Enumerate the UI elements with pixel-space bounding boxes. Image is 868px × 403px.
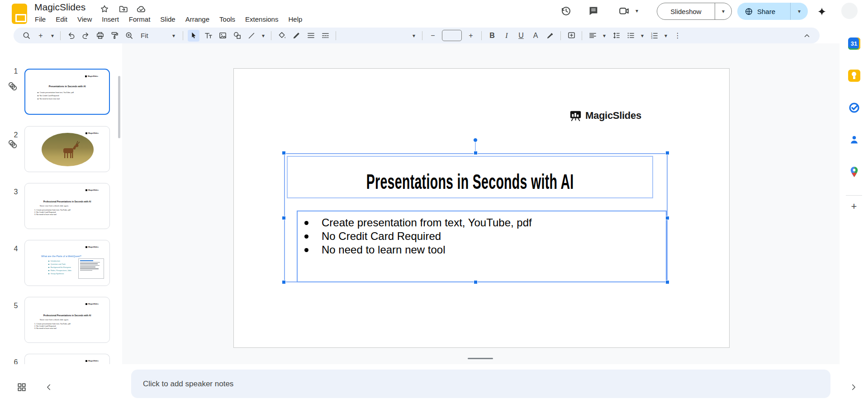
account-avatar[interactable] bbox=[841, 3, 858, 19]
resize-handle-bottom-right[interactable] bbox=[665, 280, 669, 284]
redo-icon[interactable] bbox=[80, 30, 91, 42]
menu-arrange[interactable]: Arrange bbox=[180, 14, 214, 25]
paint-format-icon[interactable] bbox=[109, 30, 120, 42]
slide-thumbnail-2[interactable]: MagicSlides bbox=[24, 126, 110, 172]
underline-button[interactable]: U bbox=[515, 30, 527, 42]
share-button[interactable]: Share ▾ bbox=[737, 3, 808, 20]
filmstrip-scrollbar[interactable] bbox=[118, 76, 120, 138]
resize-handle-middle-right[interactable] bbox=[665, 216, 669, 220]
menu-help[interactable]: Help bbox=[283, 14, 307, 25]
zoom-select[interactable]: Fit ▾ bbox=[138, 32, 178, 39]
bulleted-list-icon[interactable] bbox=[625, 30, 636, 42]
zoom-icon[interactable] bbox=[123, 30, 135, 42]
font-size-input[interactable] bbox=[442, 30, 462, 41]
calendar-icon[interactable]: 31 bbox=[847, 37, 861, 50]
bullet-item[interactable]: Create presentation from text, YouTube, … bbox=[322, 216, 532, 229]
new-slide-button[interactable]: + bbox=[35, 30, 47, 42]
align-caret-icon[interactable]: ▾ bbox=[601, 30, 607, 42]
grid-view-icon[interactable] bbox=[16, 381, 28, 393]
gemini-sparkle-icon[interactable] bbox=[816, 5, 828, 18]
undo-icon[interactable] bbox=[65, 30, 77, 42]
numbered-list-caret-icon[interactable]: ▾ bbox=[663, 30, 669, 42]
star-icon[interactable] bbox=[99, 4, 110, 14]
print-icon[interactable] bbox=[94, 30, 106, 42]
increase-font-size-button[interactable]: + bbox=[465, 30, 477, 42]
slides-app-icon[interactable] bbox=[12, 4, 27, 24]
collapse-filmstrip-icon[interactable] bbox=[43, 381, 55, 393]
resize-handle-bottom-left[interactable] bbox=[282, 280, 286, 284]
document-title[interactable]: MagicSlides bbox=[34, 2, 85, 13]
border-dash-icon[interactable] bbox=[319, 30, 331, 42]
slide-thumbnail-3[interactable]: MagicSlides Professional Presentations i… bbox=[24, 183, 110, 229]
resize-handle-top-left[interactable] bbox=[282, 151, 286, 155]
numbered-list-icon[interactable]: 123 bbox=[648, 30, 660, 42]
slide-thumbnail-4[interactable]: MagicSlides What are the Parts of a WebQ… bbox=[24, 240, 110, 286]
insert-shape-icon[interactable] bbox=[231, 30, 243, 42]
maps-icon[interactable] bbox=[847, 165, 861, 178]
expand-side-panel-icon[interactable] bbox=[848, 381, 859, 393]
resize-handle-top-center[interactable] bbox=[474, 151, 478, 155]
transition-icon[interactable] bbox=[8, 139, 18, 149]
line-spacing-icon[interactable] bbox=[610, 30, 622, 42]
menu-edit[interactable]: Edit bbox=[51, 14, 72, 25]
bold-button[interactable]: B bbox=[486, 30, 498, 42]
decrease-font-size-button[interactable]: − bbox=[427, 30, 439, 42]
keep-icon[interactable] bbox=[847, 69, 861, 82]
align-icon[interactable] bbox=[587, 30, 598, 42]
slide-thumbnail-1[interactable]: MagicSlides Presentations in Seconds wit… bbox=[24, 69, 110, 115]
tasks-icon[interactable] bbox=[847, 101, 861, 114]
version-history-icon[interactable] bbox=[560, 5, 572, 17]
bullet-item[interactable]: No need to learn new tool bbox=[322, 244, 446, 256]
rotation-handle[interactable] bbox=[473, 138, 478, 142]
border-weight-icon[interactable] bbox=[305, 30, 317, 42]
bulleted-list-caret-icon[interactable]: ▾ bbox=[639, 30, 645, 42]
transition-icon[interactable] bbox=[8, 81, 18, 91]
more-options-icon[interactable]: ⋮ bbox=[672, 30, 683, 42]
slide-thumbnail-6[interactable]: MagicSlides bbox=[24, 354, 110, 364]
bullet-item[interactable]: No Credit Card Required bbox=[322, 230, 441, 243]
move-to-folder-icon[interactable] bbox=[118, 4, 128, 14]
title-text-box[interactable]: Presentations in Seconds with AI bbox=[287, 156, 653, 198]
meet-camera-icon[interactable] bbox=[618, 5, 631, 17]
text-color-button[interactable]: A bbox=[530, 30, 541, 42]
share-caret-icon[interactable]: ▾ bbox=[791, 9, 808, 14]
line-caret-icon[interactable]: ▾ bbox=[260, 30, 266, 42]
menu-slide[interactable]: Slide bbox=[155, 14, 180, 25]
collapse-toolbar-icon[interactable] bbox=[801, 30, 813, 42]
search-menus-icon[interactable] bbox=[20, 30, 32, 42]
slide-logo[interactable]: MagicSlides bbox=[569, 109, 641, 122]
slide-page[interactable]: MagicSlides Presentations in Seconds wit… bbox=[233, 68, 730, 348]
font-family-select[interactable]: ▾ bbox=[339, 33, 419, 38]
italic-button[interactable]: I bbox=[501, 30, 512, 42]
slide-title[interactable]: Presentations in Seconds with AI bbox=[366, 169, 574, 197]
menu-insert[interactable]: Insert bbox=[97, 14, 124, 25]
contacts-icon[interactable] bbox=[847, 133, 861, 146]
cloud-saved-icon[interactable] bbox=[136, 4, 147, 14]
slide-bullet-list[interactable]: Create presentation from text, YouTube, … bbox=[304, 216, 532, 257]
menu-view[interactable]: View bbox=[72, 14, 97, 25]
select-tool[interactable] bbox=[188, 30, 199, 42]
speaker-notes-box[interactable]: Click to add speaker notes bbox=[131, 370, 830, 398]
menu-file[interactable]: File bbox=[30, 14, 51, 25]
text-box-tool[interactable] bbox=[202, 30, 214, 42]
add-comment-icon[interactable] bbox=[565, 30, 577, 42]
resize-handle-bottom-center[interactable] bbox=[474, 280, 478, 284]
insert-line-icon[interactable] bbox=[246, 30, 257, 42]
menu-extensions[interactable]: Extensions bbox=[240, 14, 283, 25]
resize-handle-middle-left[interactable] bbox=[282, 216, 286, 220]
menu-format[interactable]: Format bbox=[124, 14, 156, 25]
slide-thumbnail-5[interactable]: MagicSlides Professional Presentations i… bbox=[24, 297, 110, 343]
slideshow-button[interactable]: Slideshow ▾ bbox=[657, 3, 732, 20]
slideshow-caret-icon[interactable]: ▾ bbox=[715, 9, 731, 14]
notes-resize-handle[interactable] bbox=[468, 358, 493, 359]
border-color-icon[interactable] bbox=[290, 30, 302, 42]
get-add-ons-icon[interactable]: + bbox=[847, 200, 861, 213]
insert-image-icon[interactable] bbox=[217, 30, 228, 42]
menu-tools[interactable]: Tools bbox=[214, 14, 240, 25]
resize-handle-top-right[interactable] bbox=[665, 151, 669, 155]
comments-icon[interactable] bbox=[587, 5, 600, 17]
camera-caret-icon[interactable]: ▾ bbox=[632, 5, 641, 17]
highlight-color-icon[interactable] bbox=[544, 30, 556, 42]
new-slide-caret-icon[interactable]: ▾ bbox=[49, 30, 56, 42]
fill-color-icon[interactable] bbox=[276, 30, 288, 42]
